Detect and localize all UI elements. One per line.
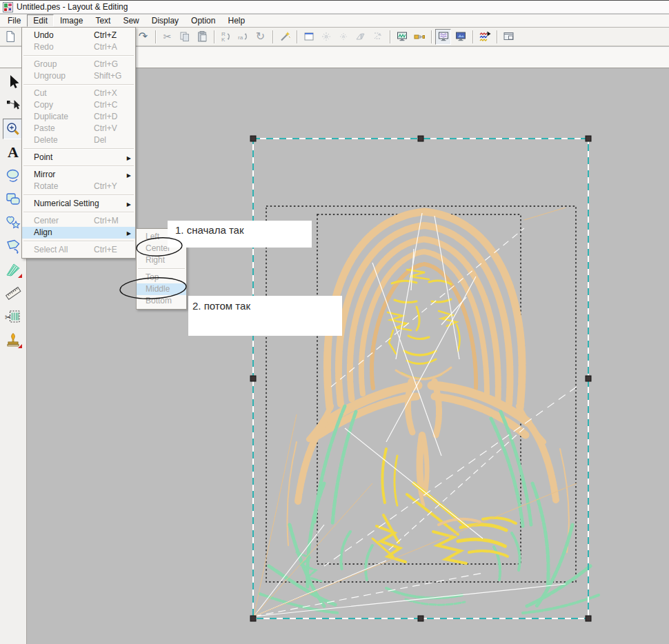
handle-bottom-left[interactable] — [250, 616, 256, 621]
menu-item-delete[interactable]: Delete Del — [22, 134, 135, 146]
point-edit-tool-button[interactable] — [3, 95, 24, 116]
menubar-item-sew[interactable]: Sew — [117, 14, 145, 27]
freeform-shape-tool-button[interactable] — [3, 236, 24, 256]
image-tune-1-button[interactable] — [318, 29, 334, 45]
app-window: Untitled.pes - Layout & Editing File Edi… — [0, 0, 669, 644]
select-tool-button[interactable] — [3, 72, 24, 92]
menubar-item-help[interactable]: Help — [221, 14, 251, 27]
new-document-button[interactable] — [2, 29, 18, 45]
stitch-edit-tool-button[interactable]: ✂ — [3, 306, 24, 327]
app-icon — [3, 2, 13, 12]
handle-top-right[interactable] — [586, 136, 591, 141]
magic-wand-button[interactable] — [277, 29, 292, 45]
svg-text:K: K — [221, 37, 226, 43]
image-tune-2-icon — [337, 30, 350, 43]
jump-stitches — [254, 213, 577, 616]
screen-preview-button[interactable] — [435, 29, 451, 45]
menu-item-redo[interactable]: Redo Ctrl+A — [22, 41, 135, 53]
toolbar-separator — [214, 30, 215, 43]
annotation-step-1: 1. сначала так — [168, 221, 312, 248]
handle-top-left[interactable] — [250, 136, 256, 141]
redo-icon: ↷ — [139, 31, 148, 42]
handle-bottom-center[interactable] — [418, 616, 423, 621]
paste-icon — [196, 30, 208, 43]
menu-item-numerical-setting[interactable]: Numerical Setting ▶ — [22, 198, 135, 210]
measure-ruler-icon — [5, 285, 21, 301]
manual-punch-tool-button[interactable] — [3, 259, 24, 280]
rectangle-shape-icon — [5, 191, 21, 208]
submenu-arrow-icon: ▶ — [127, 228, 131, 239]
svg-text:ra: ra — [238, 34, 243, 41]
sew-order-button[interactable] — [477, 29, 492, 45]
menu-separator — [23, 212, 134, 213]
menu-item-undo[interactable]: Undo Ctrl+Z — [22, 30, 135, 41]
copy-icon — [179, 30, 191, 43]
submenu-item-bottom[interactable]: Bottom — [137, 295, 186, 307]
layout-window-button[interactable] — [501, 29, 517, 45]
new-document-icon — [4, 30, 17, 43]
group-order-button[interactable]: R K — [218, 29, 234, 45]
layout-window-icon — [503, 30, 515, 43]
toolbar-separator — [272, 30, 274, 43]
submenu-item-right[interactable]: Right — [137, 254, 186, 266]
flip-preview-1-button[interactable] — [352, 29, 368, 45]
submenu-item-top[interactable]: Top — [137, 272, 186, 283]
menu-item-ungroup[interactable]: Ungroup Shift+G — [22, 70, 135, 82]
stitch-edit-icon: ✂ — [5, 308, 21, 325]
outline-shapes-tool-button[interactable] — [3, 212, 24, 233]
menu-item-center[interactable]: Center Ctrl+M — [22, 215, 135, 227]
text-tool-button[interactable]: A — [3, 142, 24, 163]
menubar-item-image[interactable]: Image — [54, 14, 89, 27]
stitch-view-button[interactable] — [394, 29, 410, 45]
menu-item-align[interactable]: Align ▶ — [22, 227, 135, 239]
menu-item-mirror[interactable]: Mirror ▶ — [22, 169, 135, 181]
menubar-item-display[interactable]: Display — [146, 14, 185, 27]
point-edit-icon — [5, 97, 21, 114]
menu-item-cut[interactable]: Cut Ctrl+X — [22, 88, 135, 99]
submenu-item-middle[interactable]: Middle — [137, 283, 186, 295]
menubar-item-option[interactable]: Option — [185, 14, 221, 27]
realistic-preview-icon — [455, 30, 467, 43]
copy-button[interactable] — [177, 29, 192, 45]
text-tool-icon: A — [8, 145, 19, 160]
menubar-item-edit[interactable]: Edit — [27, 14, 54, 27]
connect-machine-button[interactable] — [411, 29, 427, 45]
paste-button[interactable] — [194, 29, 210, 45]
menu-item-paste[interactable]: Paste Ctrl+V — [22, 123, 135, 134]
menu-item-rotate[interactable]: Rotate Ctrl+Y — [22, 181, 135, 192]
menu-item-duplicate[interactable]: Duplicate Ctrl+D — [22, 111, 135, 123]
image-tune-2-button[interactable] — [335, 29, 351, 45]
handle-middle-left[interactable] — [250, 376, 256, 381]
toolbar-separator — [472, 30, 474, 43]
magic-wand-icon — [279, 30, 291, 43]
redo-button[interactable]: ↷ — [135, 29, 151, 45]
realistic-preview-button[interactable] — [452, 29, 468, 45]
cut-button[interactable]: ✂ — [159, 29, 175, 45]
rotate-icon: ↻ — [256, 31, 265, 42]
design-page-icon — [303, 30, 315, 43]
select-cursor-icon — [5, 74, 21, 90]
flip-preview-2-button[interactable] — [370, 29, 386, 45]
ungroup-order-button[interactable]: ra — [235, 29, 251, 45]
handle-bottom-right[interactable] — [586, 616, 591, 621]
handle-top-center[interactable] — [418, 136, 423, 141]
svg-text:✂: ✂ — [5, 313, 11, 321]
embroidery-face[interactable] — [388, 270, 460, 379]
menu-item-point[interactable]: Point ▶ — [22, 152, 135, 163]
menubar-item-text[interactable]: Text — [89, 14, 117, 27]
zoom-tool-button[interactable] — [3, 119, 24, 139]
annotation-step-2: 2. потом так — [188, 296, 342, 336]
menu-item-copy[interactable]: Copy Ctrl+C — [22, 99, 135, 111]
ungroup-order-icon: ra — [237, 30, 250, 43]
measure-tool-button[interactable] — [3, 283, 24, 303]
rotate-button[interactable]: ↻ — [252, 29, 268, 45]
submenu-arrow-icon: ▶ — [127, 152, 131, 164]
menubar-item-file[interactable]: File — [1, 14, 27, 27]
rectangle-shape-tool-button[interactable] — [3, 189, 24, 210]
handle-middle-right[interactable] — [586, 376, 591, 381]
design-page-button[interactable] — [301, 29, 317, 45]
menu-item-select-all[interactable]: Select All Ctrl+E — [22, 244, 135, 256]
stamp-tool-button[interactable] — [3, 330, 24, 350]
ellipse-shape-tool-button[interactable] — [3, 165, 24, 186]
menu-item-group[interactable]: Group Ctrl+G — [22, 59, 135, 70]
